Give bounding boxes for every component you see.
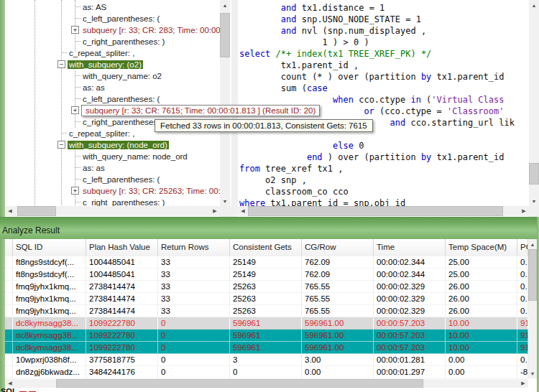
table-cell: 10wpxrj038h8f... <box>13 354 86 366</box>
tree-item[interactable]: as: AS <box>75 1 220 12</box>
table-cell: 0. <box>517 305 528 317</box>
sql-keyword: when <box>333 95 354 105</box>
scroll-track[interactable] <box>503 206 519 216</box>
scroll-left-icon[interactable]: ◀ <box>5 206 15 216</box>
scroll-thumb[interactable] <box>220 13 230 57</box>
tree-connector <box>75 202 80 202</box>
column-header[interactable]: Return Rows <box>158 239 230 256</box>
table-cell: 0. <box>517 354 528 366</box>
scroll-track[interactable] <box>528 301 537 368</box>
scroll-up-icon[interactable]: ▲ <box>528 239 537 249</box>
tree-item[interactable]: c_left_parentheses: ( <box>75 174 220 185</box>
table-cell: 00:00:02.329 <box>374 281 446 293</box>
sql-text: tx1.parent_id , <box>239 60 359 70</box>
column-header[interactable]: Time <box>374 239 446 256</box>
tree-item[interactable]: as: as <box>75 162 220 173</box>
column-header[interactable]: Temp Space(M) <box>446 239 517 256</box>
scroll-up-icon[interactable]: ▲ <box>529 0 539 10</box>
column-header[interactable]: Consistent Gets <box>230 239 302 256</box>
scroll-thumb[interactable] <box>529 163 539 185</box>
scroll-track[interactable] <box>529 185 539 196</box>
tree-item[interactable]: −with_subquery: (node_ord) <box>57 139 220 150</box>
header-indicator-cell[interactable] <box>5 239 13 256</box>
table-cell: 762.09 <box>302 256 374 269</box>
row-indicator-cell[interactable] <box>5 354 13 366</box>
tree-item[interactable]: as: as <box>75 82 220 93</box>
table-row[interactable]: fmq9jyhx1kmq...27384144743325263765.5500… <box>5 293 528 305</box>
scroll-right-icon[interactable]: ▶ <box>519 206 529 216</box>
sql-keyword: and <box>281 26 297 36</box>
code-line: o2 snp , <box>239 174 530 186</box>
scroll-down-icon[interactable]: ▼ <box>529 196 539 206</box>
scroll-down-icon[interactable]: ▼ <box>528 368 537 378</box>
tree-item[interactable]: with_query_name: o2 <box>75 70 220 81</box>
row-indicator-cell[interactable] <box>5 330 13 342</box>
collapse-icon[interactable]: − <box>57 60 65 68</box>
table-header-row: SQL IDPlan Hash ValueReturn RowsConsiste… <box>5 239 528 257</box>
tree-item[interactable]: c_right_parentheses: ) <box>75 36 220 47</box>
scroll-right-icon[interactable]: ▶ <box>518 379 528 388</box>
row-indicator-cell[interactable] <box>5 269 13 281</box>
table-cell: 0.00 <box>302 366 374 378</box>
table-cell: 10.00 <box>446 317 517 330</box>
tree-item[interactable]: +subquery [r: 33; CR: 283; Time: 00:00: <box>71 24 220 35</box>
row-indicator-cell[interactable] <box>5 293 13 305</box>
row-indicator-cell[interactable] <box>5 305 13 317</box>
sql-keyword: by <box>421 152 431 162</box>
row-indicator-cell[interactable] <box>5 256 13 269</box>
scroll-track[interactable] <box>529 10 539 163</box>
scroll-thumb[interactable] <box>248 206 503 216</box>
code-vertical-scrollbar[interactable]: ▲ ▼ <box>529 0 539 206</box>
tree-item-label: as: as <box>81 83 106 92</box>
table-row[interactable]: fmq9jyhx1kmq...27384144743325263765.5500… <box>5 305 528 317</box>
collapse-icon[interactable]: − <box>57 141 65 149</box>
table-row[interactable]: 10wpxrj038h8f...3775818775033.0000:00:01… <box>5 354 528 366</box>
tree-item[interactable]: +subquery [r: 33; CR: 25263; Time: 00:0 <box>71 185 220 196</box>
scroll-up-icon[interactable]: ▲ <box>220 0 230 10</box>
scroll-right-icon[interactable]: ▶ <box>210 206 220 216</box>
table-row[interactable]: dc8kymsagg38...10992227800596961596961.0… <box>5 342 528 354</box>
expand-icon[interactable]: + <box>71 106 79 114</box>
table-cell: 0 <box>158 317 230 330</box>
row-indicator-cell[interactable] <box>5 342 13 354</box>
scroll-thumb[interactable] <box>17 206 56 216</box>
table-row[interactable]: ft8ngs9stdcyf(...10044850413325149762.09… <box>5 256 528 269</box>
table-cell: 25263 <box>230 305 302 317</box>
tree-vertical-scrollbar[interactable]: ▲ ▼ <box>220 0 230 206</box>
sql-string: 'Virtual Class <box>431 95 504 105</box>
scroll-track[interactable] <box>56 206 210 216</box>
table-vertical-scrollbar[interactable]: ▲ ▼ <box>528 239 537 378</box>
tree-item[interactable]: with_query_name: node_ord <box>75 151 220 162</box>
scroll-thumb[interactable] <box>528 249 537 301</box>
tree-item[interactable]: +subquery [r: 33; CR: 7615; Time: 00:00:… <box>71 105 320 116</box>
tree-horizontal-scrollbar[interactable]: ◀ ▶ <box>5 206 220 216</box>
tree-item[interactable]: c_left_parentheses: ( <box>75 13 220 24</box>
scroll-down-icon[interactable]: ▼ <box>220 196 230 206</box>
scroll-left-icon[interactable]: ◀ <box>238 206 248 216</box>
table-row[interactable]: dc8kymsagg38...10992227800596961596961.0… <box>5 317 528 330</box>
code-horizontal-scrollbar[interactable]: ◀ ▶ <box>238 206 529 216</box>
scroll-thumb[interactable] <box>56 379 423 388</box>
column-header[interactable]: CG/Row <box>302 239 374 256</box>
table-row[interactable]: fmq9jyhx1kmq...27384144743325263765.5500… <box>5 281 528 293</box>
tree-item[interactable]: −with_subquery: (o2) <box>57 59 220 70</box>
tree-item[interactable]: c_left_parentheses: ( <box>75 93 220 104</box>
expand-icon[interactable]: + <box>71 187 79 195</box>
scroll-track[interactable] <box>423 379 518 388</box>
column-header[interactable]: SQL ID <box>13 239 86 256</box>
expand-icon[interactable]: + <box>71 26 79 34</box>
row-indicator-cell[interactable] <box>5 281 13 293</box>
table-row[interactable]: dn8zgj6bkwadz...3484244176000.0000:00:01… <box>5 366 528 378</box>
table-row[interactable]: ft8ngs9stdcyf(...10044850413325149762.09… <box>5 269 528 281</box>
code-line: from tree_xref tx1 , <box>239 163 530 174</box>
table-cell: 765.55 <box>302 305 374 317</box>
column-header[interactable]: Plan Hash Value <box>86 239 158 256</box>
row-indicator-cell[interactable] <box>5 366 13 378</box>
table-row[interactable]: dc8kymsagg38...10992227800596961596961.0… <box>5 330 528 342</box>
column-header[interactable]: PC <box>517 239 528 256</box>
sql-text: ( <box>421 95 431 105</box>
table-cell: 0. <box>517 256 528 269</box>
tree-item[interactable]: c_repeat_spliter: , <box>61 47 220 58</box>
table-cell: 3775818775 <box>86 354 158 366</box>
row-indicator-cell[interactable] <box>5 317 13 330</box>
